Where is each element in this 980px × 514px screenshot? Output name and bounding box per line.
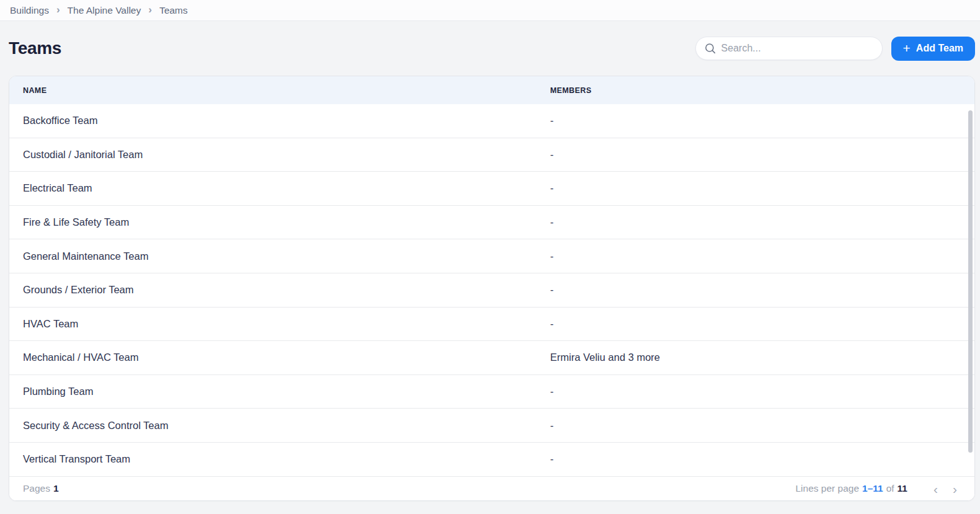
pages-label: Pages: [23, 483, 50, 494]
team-name-cell: Backoffice Team: [9, 115, 550, 126]
lines-range[interactable]: 1–11: [862, 483, 883, 494]
page-title: Teams: [9, 38, 61, 58]
team-name-cell: Security & Access Control Team: [9, 420, 550, 432]
table-row[interactable]: Backoffice Team -: [9, 104, 974, 138]
team-name-cell: Electrical Team: [9, 182, 550, 194]
breadcrumb-item-teams[interactable]: Teams: [159, 5, 188, 16]
team-members-cell: -: [550, 250, 974, 262]
search-input[interactable]: [721, 43, 873, 54]
breadcrumb-item-building-name[interactable]: The Alpine Valley: [68, 5, 141, 16]
plus-icon: +: [903, 42, 911, 55]
team-members-cell: -: [550, 453, 974, 465]
previous-page-chevron-icon[interactable]: ‹: [926, 481, 945, 497]
team-name-cell: General Maintenance Team: [9, 250, 550, 262]
team-name-cell: HVAC Team: [9, 318, 550, 330]
team-name-cell: Vertical Transport Team: [9, 453, 550, 465]
team-members-cell: -: [550, 386, 974, 397]
table-row[interactable]: Plumbing Team -: [9, 375, 974, 409]
next-page-chevron-icon[interactable]: ›: [945, 481, 964, 497]
team-members-cell: Ermira Veliu and 3 more: [550, 352, 974, 363]
add-team-button[interactable]: + Add Team: [891, 37, 975, 61]
lines-per-page-label: Lines per page: [795, 483, 859, 494]
team-members-cell: -: [550, 182, 974, 194]
breadcrumb-item-buildings[interactable]: Buildings: [10, 5, 49, 16]
team-name-cell: Fire & Life Safety Team: [9, 216, 550, 228]
table-row[interactable]: Fire & Life Safety Team -: [9, 206, 974, 240]
table-row[interactable]: General Maintenance Team -: [9, 239, 974, 273]
team-members-cell: -: [550, 216, 974, 228]
team-members-cell: -: [550, 149, 974, 161]
table-header-row: NAME MEMBERS: [9, 76, 974, 104]
table-row[interactable]: Vertical Transport Team -: [9, 443, 974, 476]
current-page-number[interactable]: 1: [53, 483, 59, 494]
header-actions: + Add Team: [695, 37, 975, 61]
of-label: of: [886, 483, 894, 494]
team-members-cell: -: [550, 115, 974, 126]
team-members-cell: -: [550, 284, 974, 296]
total-lines: 11: [898, 483, 907, 494]
table-row[interactable]: Security & Access Control Team -: [9, 409, 974, 443]
team-name-cell: Plumbing Team: [9, 386, 550, 397]
vertical-scrollbar[interactable]: [968, 110, 973, 453]
table-footer: Pages 1 Lines per page 1–11 of 11 ‹ ›: [9, 476, 974, 500]
search-icon: [705, 43, 716, 54]
table-row[interactable]: Mechanical / HVAC Team Ermira Veliu and …: [9, 341, 974, 375]
teams-table: NAME MEMBERS Backoffice Team - Custodial…: [9, 76, 975, 501]
table-body: Backoffice Team - Custodial / Janitorial…: [9, 104, 974, 476]
chevron-right-icon: ›: [56, 4, 60, 15]
team-name-cell: Custodial / Janitorial Team: [9, 149, 550, 161]
page-header: Teams + Add Team: [0, 21, 980, 76]
table-row[interactable]: Electrical Team -: [9, 172, 974, 206]
breadcrumb: Buildings › The Alpine Valley › Teams: [0, 0, 980, 21]
table-row[interactable]: Grounds / Exterior Team -: [9, 273, 974, 308]
team-members-cell: -: [550, 318, 974, 330]
team-name-cell: Grounds / Exterior Team: [9, 284, 550, 296]
chevron-right-icon: ›: [148, 4, 152, 15]
table-row[interactable]: HVAC Team -: [9, 308, 974, 342]
team-name-cell: Mechanical / HVAC Team: [9, 352, 550, 363]
column-header-members: MEMBERS: [550, 86, 974, 95]
table-row[interactable]: Custodial / Janitorial Team -: [9, 138, 974, 172]
team-members-cell: -: [550, 420, 974, 432]
add-team-button-label: Add Team: [916, 43, 963, 54]
search-box[interactable]: [695, 37, 883, 60]
column-header-name: NAME: [9, 86, 550, 95]
pagination: Lines per page 1–11 of 11 ‹ ›: [795, 481, 964, 497]
